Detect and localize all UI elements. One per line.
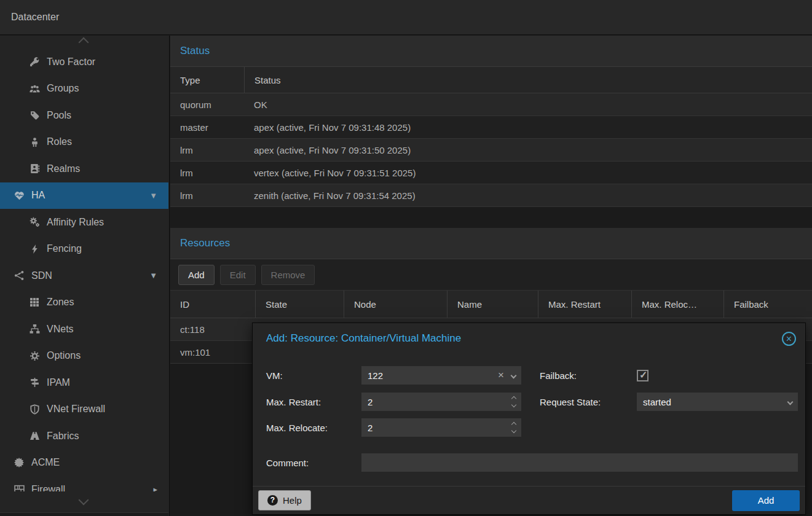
sidebar-item-label: Fencing — [47, 243, 82, 254]
sidebar-item-pools[interactable]: Pools — [0, 102, 168, 129]
sidebar-item-vnet-firewall[interactable]: VNet Firewall — [0, 396, 168, 423]
max-restart-field-row: Max. Restart: 2 — [266, 393, 521, 411]
share-nodes-icon — [12, 270, 26, 281]
cell-status: apex (active, Fri Nov 7 09:31:48 2025) — [244, 122, 812, 133]
app-header: Datacenter — [0, 0, 812, 35]
sidebar-item-two-factor[interactable]: Two Factor — [0, 49, 168, 76]
chevron-down-icon[interactable]: ▼ — [149, 271, 157, 280]
question-icon: ? — [267, 495, 278, 506]
column-header-type[interactable]: Type — [170, 67, 244, 93]
firewall-icon — [12, 484, 26, 491]
gear-icon — [28, 351, 41, 361]
table-row[interactable]: quorum OK — [170, 93, 812, 116]
cell-id: ct:118 — [170, 324, 255, 335]
max-relocate-stepper[interactable]: 2 — [361, 418, 521, 437]
request-state-dropdown[interactable]: started — [637, 393, 798, 411]
sidebar-item-label: Two Factor — [47, 57, 95, 68]
table-row[interactable]: master apex (active, Fri Nov 7 09:31:48 … — [170, 116, 812, 139]
comment-input[interactable] — [361, 453, 798, 472]
sidebar-item-realms[interactable]: Realms — [0, 155, 168, 182]
request-state-field-row: Request State: started — [540, 393, 798, 411]
scroll-up-icon[interactable] — [79, 37, 89, 48]
sidebar-bottom-edge — [0, 512, 168, 516]
sidebar-item-label: VNets — [47, 324, 74, 335]
sidebar-item-vnets[interactable]: VNets — [0, 316, 168, 343]
vm-combobox[interactable]: 122 × — [361, 366, 521, 385]
cell-status: zenith (active, Fri Nov 7 09:31:54 2025) — [244, 190, 812, 201]
cell-type: quorum — [170, 100, 244, 110]
chevron-down-icon[interactable]: ▼ — [149, 191, 157, 200]
sidebar-item-affinity-rules[interactable]: Affinity Rules — [0, 209, 168, 236]
table-row[interactable]: lrm zenith (active, Fri Nov 7 09:31:54 2… — [170, 184, 812, 207]
sidebar-item-groups[interactable]: Groups — [0, 76, 168, 103]
sidebar-item-roles[interactable]: Roles — [0, 129, 168, 156]
chevron-right-icon[interactable]: ▸ — [153, 485, 157, 491]
spinner-down-icon[interactable] — [511, 402, 516, 407]
comment-field-row: Comment: — [266, 453, 798, 472]
resources-toolbar: Add Edit Remove — [170, 259, 812, 290]
table-row[interactable]: lrm apex (active, Fri Nov 7 09:31:50 202… — [170, 139, 812, 162]
dialog-add-button[interactable]: Add — [732, 490, 800, 511]
sidebar-item-label: Options — [47, 350, 81, 361]
sidebar-item-ha[interactable]: HA ▼ — [0, 182, 168, 209]
remove-button[interactable]: Remove — [261, 265, 315, 285]
sidebar-item-firewall[interactable]: Firewall ▸ — [0, 476, 168, 491]
address-book-icon — [28, 163, 41, 174]
dialog-titlebar: Add: Resource: Container/Virtual Machine… — [253, 323, 805, 354]
scroll-down-icon[interactable] — [79, 495, 89, 506]
cell-type: lrm — [170, 145, 244, 155]
column-header-failback[interactable]: Failback — [723, 291, 812, 318]
spinner-up-icon[interactable] — [511, 396, 516, 401]
comment-label: Comment: — [266, 458, 361, 468]
vm-value: 122 — [368, 370, 498, 381]
clear-icon[interactable]: × — [498, 369, 504, 381]
failback-checkbox[interactable]: ✓ — [637, 370, 648, 381]
add-button[interactable]: Add — [178, 265, 215, 285]
sidebar-item-label: VNet Firewall — [47, 404, 105, 415]
grid-icon — [28, 297, 41, 307]
heart-pulse-icon — [12, 190, 26, 201]
status-table-header: Type Status — [170, 67, 812, 93]
column-header-status[interactable]: Status — [244, 67, 812, 93]
spinner-down-icon[interactable] — [511, 428, 516, 433]
close-icon[interactable]: × — [782, 332, 796, 346]
chevron-down-icon[interactable] — [787, 399, 794, 405]
sidebar-item-label: Groups — [47, 83, 79, 94]
max-restart-stepper[interactable]: 2 — [361, 393, 521, 411]
spinner-up-icon[interactable] — [511, 422, 516, 427]
column-header-max-relocate[interactable]: Max. Reloc… — [631, 291, 723, 318]
column-header-max-restart[interactable]: Max. Restart — [538, 291, 631, 318]
sidebar-item-ipam[interactable]: IPAM — [0, 369, 168, 396]
column-header-state[interactable]: State — [255, 291, 344, 318]
table-row[interactable]: lrm vertex (active, Fri Nov 7 09:31:51 2… — [170, 162, 812, 184]
sidebar: Two Factor Groups Pools Roles Realms — [0, 36, 170, 516]
edit-button[interactable]: Edit — [220, 265, 256, 285]
max-restart-value: 2 — [368, 397, 508, 407]
chevron-down-icon[interactable] — [511, 372, 517, 378]
sidebar-item-label: SDN — [31, 270, 52, 281]
sidebar-item-label: Zones — [47, 297, 74, 308]
sidebar-item-acme[interactable]: ACME — [0, 450, 168, 477]
shield-icon — [28, 404, 41, 415]
sidebar-item-fabrics[interactable]: Fabrics — [0, 423, 168, 450]
sidebar-item-sdn[interactable]: SDN ▼ — [0, 262, 168, 289]
cell-status: vertex (active, Fri Nov 7 09:31:51 2025) — [244, 168, 812, 178]
page-title: Datacenter — [0, 12, 59, 23]
column-header-node[interactable]: Node — [344, 291, 447, 318]
vm-field-row: VM: 122 × — [266, 366, 521, 385]
gears-icon — [28, 217, 41, 227]
dialog-title: Add: Resource: Container/Virtual Machine — [266, 332, 461, 345]
sidebar-item-fencing[interactable]: Fencing — [0, 236, 168, 263]
spinner[interactable] — [512, 423, 516, 432]
column-header-id[interactable]: ID — [170, 291, 255, 318]
request-state-value: started — [643, 397, 788, 407]
spinner[interactable] — [512, 397, 516, 407]
column-header-name[interactable]: Name — [447, 291, 538, 318]
help-button[interactable]: ? Help — [258, 490, 311, 510]
sitemap-icon — [28, 324, 41, 334]
resources-table-header: ID State Node Name Max. Restart Max. Rel… — [170, 290, 812, 318]
status-panel-title: Status — [170, 36, 812, 67]
sidebar-item-options[interactable]: Options — [0, 343, 168, 370]
max-relocate-field-row: Max. Relocate: 2 — [266, 418, 521, 437]
sidebar-item-zones[interactable]: Zones — [0, 289, 168, 316]
